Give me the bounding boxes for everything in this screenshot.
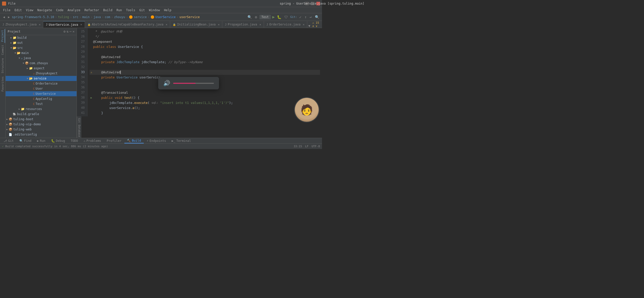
tree-item-build[interactable]: ▶ 📁 build [6,35,77,40]
bottom-tab-build[interactable]: 🔨 Build [124,138,143,143]
bottom-tab-run[interactable]: ▶ Run [35,139,48,143]
tab-close-icon[interactable]: ✕ [303,23,305,26]
nav-service[interactable]: service [134,15,147,19]
find-icon[interactable]: 🔍 [314,15,320,19]
search-everywhere-icon[interactable]: 🔍 [247,15,253,19]
tab-propagation[interactable]: J Propagation.java ✕ [222,21,264,28]
tab-close-icon[interactable]: ✕ [39,23,41,26]
code-area[interactable]: 25 26 27 28 29 30 31 32 33 34 35 36 37 3… [77,28,322,116]
sidebar-tab-commit[interactable]: Commit [1,44,5,56]
nav-project[interactable]: spring-framework-5.3.10 [12,15,54,19]
tree-item-gitattributes[interactable]: ▶ 📄 .gitattributes [6,137,77,138]
tree-item-tulingvipdemo[interactable]: ▶ 📦 tuling-vip-demo [6,122,77,127]
nav-zhouyu[interactable]: zhouyu [114,15,125,19]
nav-java[interactable]: java [94,15,101,19]
app-menu-file[interactable]: File [8,2,16,5]
nav-src[interactable]: src [73,15,78,19]
nav-forward-button[interactable]: ▶ [7,15,11,19]
bottom-tab-terminal[interactable]: ▶_ Terminal [169,139,194,143]
nav-com[interactable]: com [105,15,110,19]
menu-tools[interactable]: Tools [124,7,137,13]
volume-bar-fill [173,83,196,84]
tab-userservice[interactable]: J UserService.java ✕ [43,21,85,28]
nav-back-button[interactable]: ◀ [2,15,6,19]
coverage-icon[interactable]: 🛡 [284,15,289,19]
panel-gear-icon[interactable]: ⚙ [64,30,66,33]
git-push-icon[interactable]: ↑ [304,15,307,19]
panel-expand-icon[interactable]: ⇅ [67,30,69,33]
tree-item-user[interactable]: ▶ C User [6,86,77,91]
tree-item-editorconfig[interactable]: ▶ 📄 .editorconfig [6,132,77,137]
menu-run[interactable]: Run [114,7,124,13]
gutter-41 [90,111,93,115]
run-button[interactable]: ▶ [272,15,275,19]
tab-close-icon[interactable]: ✕ [80,23,82,26]
tab-zhouyuaspect[interactable]: J ZhouyuAspect.java ✕ [0,21,43,28]
gutter-run-icon[interactable]: ▶ [90,96,93,100]
more-tabs-icon[interactable]: ▼ [308,24,310,28]
tree-item-userservice[interactable]: ▶ C UserService [6,91,77,96]
menu-file[interactable]: File [1,7,12,13]
undo-icon[interactable]: ↩ [309,15,313,19]
tree-item-out[interactable]: ▶ 📁 out [6,40,77,45]
tree-item-tulingweb[interactable]: ▶ 📦 tuling-web [6,127,77,132]
tree-item-orderservice[interactable]: ▶ C OrderService [6,81,77,86]
bottom-tab-debug[interactable]: 🐛 Debug [49,139,68,143]
git-commit-icon[interactable]: ✓ [299,15,302,19]
menu-git[interactable]: Git [137,7,147,13]
tree-item-comzhouyu[interactable]: ▼ 📦 com.zhouyu [6,61,77,66]
right-tab-git[interactable]: Git [78,117,81,124]
tree-item-zhouyuaspect[interactable]: ▶ ☕ ZhouyuAspect [6,71,77,76]
line-num-37: 37 [77,90,86,95]
menu-help[interactable]: Help [162,7,173,13]
panel-settings-icon[interactable]: ⋯ [69,30,71,33]
menu-navigate[interactable]: Navigate [35,7,54,13]
menu-analyze[interactable]: Analyze [65,7,82,13]
tab-close-icon[interactable]: ✕ [259,23,261,26]
nav-userservice-method[interactable]: userService [180,15,200,19]
java-file-icon: C [33,87,35,90]
nav-branch[interactable]: tuling [58,15,69,19]
sidebar-tab-structure[interactable]: Structure [1,57,5,74]
tree-item-buildgradle[interactable]: ▶ 🐘 build.gradle [6,112,77,117]
tree-item-main[interactable]: ▼ 📂 main [6,50,77,56]
tree-item-resources[interactable]: ▶ 📁 resources [6,106,77,112]
tab-initializingbean[interactable]: 🔒 InitializingBean.java ✕ [170,21,222,28]
code-content[interactable]: * @author 仲桥 */ @Component public class … [87,28,322,116]
tree-item-src[interactable]: ▼ 📂 src [6,45,77,50]
bottom-tab-problems[interactable]: ⚠ Problems [81,139,104,143]
menu-view[interactable]: View [24,7,35,13]
volume-bar-track[interactable] [173,83,214,84]
bottom-tab-git[interactable]: ⎇ Git [1,139,16,143]
right-tab-database[interactable]: Database [78,124,81,138]
menu-refactor[interactable]: Refactor [82,7,101,13]
menu-edit[interactable]: Edit [12,7,24,13]
sidebar-tab-project[interactable]: Project [0,29,5,43]
bottom-tab-endpoints[interactable]: ⚡ Endpoints [144,139,169,143]
tab-close-icon[interactable]: ✕ [218,23,220,26]
run-config-selector[interactable]: Test [259,15,271,19]
sidebar-tab-favorites[interactable]: Favorites [1,75,5,93]
debug-run-icon[interactable]: 🐛 [276,15,282,19]
module-icon: 📦 [9,123,12,126]
nav-main[interactable]: main [82,15,90,19]
java-file-icon: C [33,82,35,85]
tree-item-tulingboot[interactable]: ▶ 📦 tuling-boot [6,117,77,122]
tab-orderservice[interactable]: J OrderService.java ✕ [264,21,307,28]
panel-close-icon[interactable]: ✕ [72,30,75,33]
tree-item-service[interactable]: ▼ 📂 service [6,76,77,81]
menu-build[interactable]: Build [101,7,114,13]
nav-userservice[interactable]: UserService [155,15,175,19]
tree-item-aspect[interactable]: ▶ 📁 aspect [6,66,77,71]
settings-icon[interactable]: ⚙ [254,15,258,19]
bottom-tab-todo[interactable]: TODO [68,139,81,143]
bottom-tab-profiler[interactable]: Profiler [104,139,124,143]
menu-window[interactable]: Window [147,7,162,13]
tree-item-java[interactable]: ▼ ☕ java [6,56,77,61]
tree-item-test[interactable]: ▶ C Test [6,101,77,106]
tab-abstractautowire[interactable]: 🔒 AbstractAutowireCapableBeanFactory.jav… [85,21,170,28]
tab-close-icon[interactable]: ✕ [166,23,168,26]
bottom-tab-find[interactable]: 🔍 Find [17,139,34,143]
tree-item-appconfig[interactable]: ▶ C AppConfig [6,96,77,101]
menu-code[interactable]: Code [54,7,66,13]
